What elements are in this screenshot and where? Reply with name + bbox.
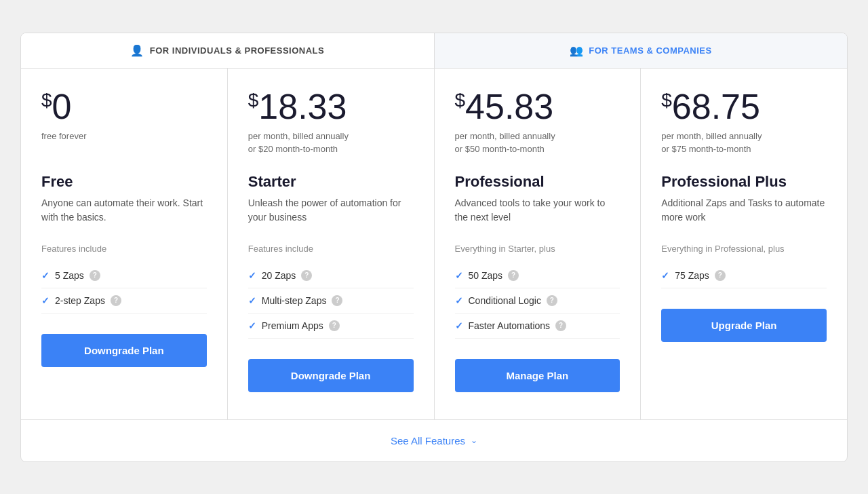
help-icon[interactable]: ? xyxy=(715,270,726,281)
check-icon: ✓ xyxy=(248,295,256,306)
list-item: ✓ Faster Automations ? xyxy=(455,314,620,339)
check-icon: ✓ xyxy=(455,270,463,281)
feature-label: Conditional Logic xyxy=(469,295,541,306)
plan-starter-name: Starter xyxy=(248,173,414,191)
plan-professional-plus-features-list: ✓ 75 Zaps ? xyxy=(661,263,827,288)
check-icon: ✓ xyxy=(455,320,463,331)
tab-teams[interactable]: 👥 FOR TEAMS & COMPANIES xyxy=(434,33,848,68)
list-item: ✓ 5 Zaps ? xyxy=(41,263,207,288)
help-icon[interactable]: ? xyxy=(90,270,100,281)
plan-professional-price: $45.83 xyxy=(455,89,620,124)
check-icon: ✓ xyxy=(248,320,256,331)
plan-professional-plus-features-label: Everything in Professional, plus xyxy=(661,244,827,254)
see-all-features-bar[interactable]: See All Features ⌄ xyxy=(21,420,847,461)
feature-label: Premium Apps xyxy=(262,320,323,331)
plans-grid: $0 free forever Free Anyone can automate… xyxy=(21,69,847,420)
feature-label: 5 Zaps xyxy=(55,270,84,281)
list-item: ✓ Conditional Logic ? xyxy=(455,288,620,314)
feature-label: 75 Zaps xyxy=(675,270,709,281)
feature-label: 20 Zaps xyxy=(262,270,296,281)
plan-professional: $45.83 per month, billed annually or $50… xyxy=(435,69,642,419)
help-icon[interactable]: ? xyxy=(111,295,121,306)
tab-teams-label: FOR TEAMS & COMPANIES xyxy=(589,45,711,56)
see-features-label: See All Features xyxy=(391,435,465,446)
manage-plan-button[interactable]: Manage Plan xyxy=(455,359,620,392)
plan-free-description: Anyone can automate their work. Start wi… xyxy=(41,196,207,230)
tabs-bar: 👤 FOR INDIVIDUALS & PROFESSIONALS 👥 FOR … xyxy=(21,33,847,69)
upgrade-plan-button[interactable]: Upgrade Plan xyxy=(661,309,827,342)
plan-free-features-list: ✓ 5 Zaps ? ✓ 2-step Zaps ? xyxy=(41,263,207,314)
downgrade-starter-plan-button[interactable]: Downgrade Plan xyxy=(248,359,414,392)
plan-free-billing: free forever xyxy=(41,130,207,157)
help-icon[interactable]: ? xyxy=(508,270,519,281)
help-icon[interactable]: ? xyxy=(301,270,312,281)
plan-free: $0 free forever Free Anyone can automate… xyxy=(21,69,228,419)
plan-professional-plus-name: Professional Plus xyxy=(661,173,827,191)
plan-professional-features-list: ✓ 50 Zaps ? ✓ Conditional Logic ? ✓ Fast… xyxy=(455,263,620,339)
check-icon: ✓ xyxy=(455,295,463,306)
plan-professional-features-label: Everything in Starter, plus xyxy=(455,244,620,254)
help-icon[interactable]: ? xyxy=(329,320,340,331)
check-icon: ✓ xyxy=(41,270,50,281)
list-item: ✓ 75 Zaps ? xyxy=(661,263,827,288)
list-item: ✓ 20 Zaps ? xyxy=(248,263,414,288)
plan-professional-name: Professional xyxy=(455,173,620,191)
check-icon: ✓ xyxy=(661,270,669,281)
plan-starter-billing: per month, billed annually or $20 month-… xyxy=(248,130,414,157)
plan-professional-plus-billing: per month, billed annually or $75 month-… xyxy=(661,130,827,157)
check-icon: ✓ xyxy=(41,295,50,306)
plan-professional-description: Advanced tools to take your work to the … xyxy=(455,196,620,230)
plan-starter-price: $18.33 xyxy=(248,89,414,124)
plan-professional-plus: $68.75 per month, billed annually or $75… xyxy=(641,69,847,419)
help-icon[interactable]: ? xyxy=(547,295,557,306)
teams-icon: 👥 xyxy=(570,44,584,57)
tab-individuals-label: FOR INDIVIDUALS & PROFESSIONALS xyxy=(150,45,324,56)
feature-label: 50 Zaps xyxy=(469,270,503,281)
plan-free-name: Free xyxy=(41,173,207,191)
list-item: ✓ Premium Apps ? xyxy=(248,314,414,339)
feature-label: Multi-step Zaps xyxy=(262,295,327,306)
plan-free-features-label: Features include xyxy=(41,244,207,254)
plan-starter: $18.33 per month, billed annually or $20… xyxy=(228,69,435,419)
plan-professional-billing: per month, billed annually or $50 month-… xyxy=(455,130,620,157)
plan-starter-features-list: ✓ 20 Zaps ? ✓ Multi-step Zaps ? ✓ Premiu… xyxy=(248,263,414,339)
pricing-container: 👤 FOR INDIVIDUALS & PROFESSIONALS 👥 FOR … xyxy=(20,33,848,462)
help-icon[interactable]: ? xyxy=(555,320,566,331)
plan-free-price: $0 xyxy=(41,89,207,124)
individuals-icon: 👤 xyxy=(130,44,144,57)
tab-individuals[interactable]: 👤 FOR INDIVIDUALS & PROFESSIONALS xyxy=(21,33,434,68)
plan-starter-features-label: Features include xyxy=(248,244,414,254)
list-item: ✓ 2-step Zaps ? xyxy=(41,288,207,314)
help-icon[interactable]: ? xyxy=(332,295,342,306)
feature-label: 2-step Zaps xyxy=(55,295,105,306)
feature-label: Faster Automations xyxy=(469,320,551,331)
chevron-down-icon: ⌄ xyxy=(471,436,477,445)
plan-starter-description: Unleash the power of automation for your… xyxy=(248,196,414,230)
plan-professional-plus-price: $68.75 xyxy=(661,89,827,124)
plan-professional-plus-description: Additional Zaps and Tasks to automate mo… xyxy=(661,196,827,230)
list-item: ✓ 50 Zaps ? xyxy=(455,263,620,288)
check-icon: ✓ xyxy=(248,270,256,281)
downgrade-plan-button[interactable]: Downgrade Plan xyxy=(41,334,207,367)
list-item: ✓ Multi-step Zaps ? xyxy=(248,288,414,314)
